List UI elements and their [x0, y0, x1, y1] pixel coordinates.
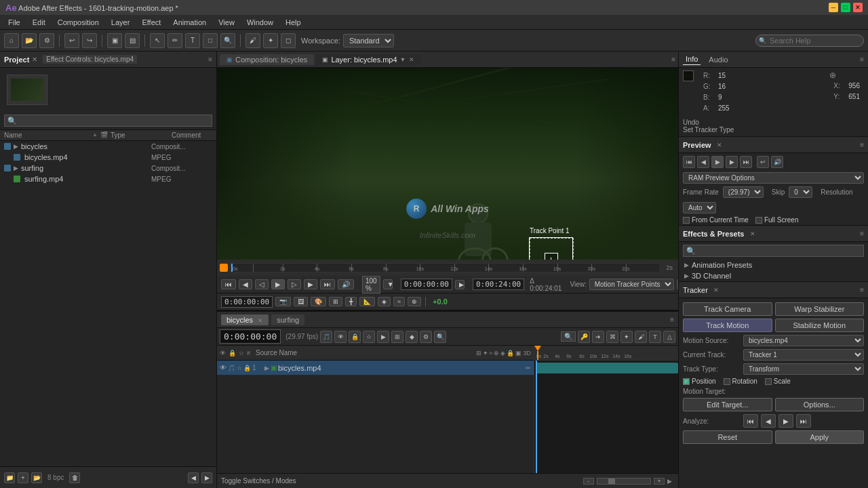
track-point-1[interactable]: + Track Point 1 [529, 237, 573, 260]
effects-panel-close[interactable]: ✕ [750, 230, 755, 237]
maximize-button[interactable]: □ [841, 3, 850, 12]
apply-button[interactable]: Apply [775, 430, 865, 444]
motion-blur-btn[interactable]: ≈ [393, 297, 405, 306]
track-motion-button[interactable]: Track Motion [683, 319, 772, 332]
tl-prop-btn[interactable]: ⌘ [606, 331, 618, 343]
timeline-tab-bicycles-close[interactable]: ✕ [258, 317, 263, 324]
analyze-first-btn[interactable]: ⏮ [743, 414, 758, 428]
transport-to-end[interactable]: ⏭ [320, 279, 335, 289]
animation-presets-item[interactable]: ▶ Animation Presets [679, 260, 868, 270]
layer-lock-icon[interactable]: 🔒 [243, 365, 251, 371]
ram-preview-select[interactable]: RAM Preview Options [683, 172, 864, 184]
tracker-panel-close[interactable]: ✕ [713, 287, 719, 293]
layer-eye-icon[interactable]: 👁 [220, 364, 226, 371]
from-current-checkbox[interactable] [683, 217, 690, 224]
toggle-switches-label[interactable]: Toggle Switches / Modes [221, 477, 296, 485]
transport-play[interactable]: ▶ [271, 279, 285, 289]
tl-settings-btn[interactable]: ⚙ [420, 331, 432, 343]
tl-layer-bar[interactable] [536, 363, 678, 373]
project-search-input[interactable] [4, 115, 212, 127]
motion-source-select[interactable]: bicycles.mp4 [743, 335, 864, 346]
resolution-select[interactable]: Auto [683, 202, 716, 214]
menu-file[interactable]: File [3, 17, 26, 28]
text-tool[interactable]: T [185, 33, 200, 48]
analyze-play-btn[interactable]: ▶ [778, 414, 793, 428]
info-panel-menu-icon[interactable]: ≡ [860, 56, 864, 63]
tl-lock-btn[interactable]: 🔒 [349, 331, 361, 343]
tl-solo-btn[interactable]: ☆ [363, 331, 375, 343]
3d-channel-item[interactable]: ▶ 3D Channel [679, 270, 868, 281]
analyze-prev-btn[interactable]: ◀ [761, 414, 776, 428]
show-snapshot-btn[interactable]: 🖼 [294, 297, 308, 306]
warp-stabilizer-button[interactable]: Warp Stabilizer [775, 302, 865, 316]
transport-to-start[interactable]: ⏮ [221, 279, 236, 289]
new-comp-button[interactable]: + [18, 472, 28, 483]
pen-tool[interactable]: ✏ [167, 33, 182, 48]
options-button[interactable]: Options... [775, 398, 865, 411]
search-help-input[interactable] [755, 35, 864, 47]
position-checkbox[interactable]: ✓ [683, 378, 690, 385]
list-item[interactable]: bicycles.mp4 MPEG [0, 152, 216, 163]
viewer-canvas[interactable]: + Track Point 1 R All Win Apps InfiniteS… [217, 68, 678, 260]
full-screen-check[interactable]: Full Screen [755, 216, 799, 224]
transport-next-keyframe[interactable]: ▷ [288, 279, 301, 289]
skip-select[interactable]: 0 [789, 186, 812, 198]
preview-to-start-btn[interactable]: ⏮ [683, 156, 695, 168]
redo-button[interactable]: ↪ [82, 33, 97, 48]
stamp-tool[interactable]: ✦ [263, 33, 278, 48]
effect-controls-tab[interactable]: Effect Controls: bicycles.mp4 [43, 55, 137, 64]
color-mgmt-btn[interactable]: 🎨 [311, 297, 326, 306]
preview-play-btn[interactable]: ▶ [711, 156, 724, 168]
from-current-time-check[interactable]: From Current Time [683, 216, 749, 224]
preview-to-end-btn[interactable]: ⏭ [740, 156, 752, 168]
project-close-icon[interactable]: ✕ [32, 56, 37, 63]
current-track-select[interactable]: Tracker 1 [743, 349, 864, 361]
menu-view[interactable]: View [213, 17, 240, 28]
project-tab[interactable]: Project [4, 56, 29, 64]
layer-tab-arrow[interactable]: ▼ [400, 56, 406, 63]
layer-solo-icon[interactable]: ☆ [237, 365, 242, 371]
minimize-button[interactable]: ─ [829, 3, 838, 12]
open-button-bottom[interactable]: 📂 [31, 472, 42, 483]
list-item[interactable]: ▶ surfing Composit... [0, 163, 216, 174]
tl-paint-btn[interactable]: 🖌 [635, 331, 647, 343]
viewer-panel-menu-icon[interactable]: ≡ [671, 56, 675, 63]
timeline-panel-menu-icon[interactable]: ≡ [670, 316, 674, 323]
info-tab-audio[interactable]: Audio [706, 54, 730, 65]
tl-scroll-right[interactable]: ▶ [667, 478, 674, 485]
effects-search-input[interactable] [683, 245, 864, 257]
preview-next-frame-btn[interactable]: ▶ [726, 156, 738, 168]
timeline-scrubber-ruler[interactable]: 0s 2s 4s 6s 8s 10s 12s 14s 16s 18s 20s 2… [231, 263, 660, 272]
transport-back-frame[interactable]: ◀ [239, 279, 252, 289]
tl-shape-btn[interactable]: △ [663, 331, 675, 343]
tl-vis-btn[interactable]: 👁 [334, 331, 347, 343]
delete-button[interactable]: 🗑 [69, 472, 80, 483]
project-panel-menu-icon[interactable]: ≡ [208, 56, 212, 63]
tracker-btn[interactable]: ⊕ [408, 297, 421, 306]
list-item[interactable]: surfing.mp4 MPEG [0, 174, 216, 184]
tl-remap-btn[interactable]: 🔑 [578, 331, 590, 343]
current-time-2[interactable]: 0:00:00:00 [221, 296, 273, 308]
brush-tool[interactable]: 🖌 [245, 33, 260, 48]
layer-tab-close[interactable]: ✕ [409, 56, 414, 63]
effects-panel-menu-icon[interactable]: ≡ [860, 230, 864, 237]
zoom-dropdown[interactable]: ▼ [383, 279, 393, 289]
settings-button[interactable]: ⚙ [39, 33, 54, 48]
end-time-display[interactable]: 0:00:24:00 [473, 279, 524, 290]
time-goto[interactable]: ▶ [455, 280, 465, 289]
preview-panel-menu-icon[interactable]: ≡ [860, 141, 864, 148]
tl-zoom-slider[interactable] [597, 478, 651, 485]
layer-audio-icon[interactable]: 🎵 [228, 365, 235, 371]
preview-button[interactable]: ▤ [125, 33, 140, 48]
prev-item-button[interactable]: ◀ [188, 472, 199, 483]
track-camera-button[interactable]: Track Camera [683, 302, 772, 316]
menu-edit[interactable]: Edit [27, 17, 51, 28]
open-button[interactable]: 📂 [22, 33, 37, 48]
tl-search-input[interactable]: 🔍 [561, 331, 576, 342]
workspace-select[interactable]: Standard [343, 34, 394, 47]
track-type-select[interactable]: Transform [743, 363, 864, 375]
menu-animation[interactable]: Animation [167, 17, 212, 28]
tl-audio-btn[interactable]: 🎵 [320, 331, 332, 343]
home-button[interactable]: ⌂ [4, 33, 19, 48]
tracker-panel-menu-icon[interactable]: ≡ [860, 286, 864, 293]
